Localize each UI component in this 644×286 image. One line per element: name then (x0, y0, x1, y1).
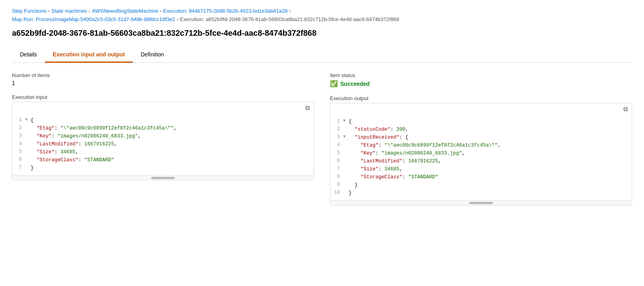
code-line-7: 7 } (14, 164, 309, 172)
tab-details[interactable]: Details (12, 47, 45, 63)
out-code-line-10: 10 } (332, 189, 627, 197)
status-success-icon: ✅ (330, 80, 338, 87)
number-of-items-value: 1 (12, 80, 314, 86)
output-scroll-area[interactable] (330, 200, 632, 205)
execution-input-code: 1 ▼ { 2 "Etag": "\"aec08c9c6899f12ef8f2c… (12, 114, 314, 175)
code-line-3: 3 "Key": "images/n02086240_6833.jpg", (14, 132, 309, 140)
content-grid: Number of items 1 Execution input ⧉ 1 ▼ … (12, 72, 632, 205)
copy-output-icon[interactable]: ⧉ (623, 105, 628, 114)
out-code-line-8: 8 "StorageClass": "STANDARD" (332, 173, 627, 181)
out-code-line-1: 1 ▼ { (332, 118, 627, 126)
breadcrumb-row1: Step Functions › State machines › AWSNew… (12, 8, 632, 14)
out-code-line-9: 9 } (332, 181, 627, 189)
out-code-line-3: 3 ▼ "inputReceived": { (332, 133, 627, 141)
input-scroll-thumb (151, 177, 175, 179)
code-line-2: 2 "Etag": "\"aec08c9c6899f12ef8f2c46a1c3… (14, 124, 309, 132)
output-scroll-thumb (469, 202, 493, 204)
code-line-5: 5 "Size": 34685, (14, 148, 309, 156)
right-panel: Item status ✅ Succeeded Execution output… (330, 72, 632, 205)
number-of-items-label: Number of items (12, 72, 314, 78)
out-code-line-2: 2 "statusCode": 200, (332, 126, 627, 133)
item-status-label: Item status (330, 72, 632, 78)
code-line-6: 6 "StorageClass": "STANDARD" (14, 156, 309, 164)
copy-input-icon[interactable]: ⧉ (305, 104, 310, 112)
breadcrumb-sep-5: › (177, 16, 178, 22)
tabs-bar: Details Execution input and output Defin… (12, 47, 632, 63)
breadcrumb-state-machine-name[interactable]: AWSNewsBlogStateMachine (92, 8, 158, 14)
execution-output-code: 1 ▼ { 2 "statusCode": 200, 3 ▼ "i (330, 115, 632, 200)
execution-input-label: Execution input (12, 94, 314, 100)
breadcrumb-sep-4: › (289, 8, 291, 14)
item-status-row: ✅ Succeeded (330, 80, 632, 87)
code-line-1: 1 ▼ { (14, 116, 309, 124)
out-code-line-5: 5 "Key": "images/n02086240_6833.jpg", (332, 149, 627, 157)
breadcrumb-step-functions[interactable]: Step Functions (12, 8, 47, 14)
breadcrumb-sep-3: › (160, 8, 161, 14)
out-code-line-6: 6 "LastModified": 1667916225, (332, 157, 627, 165)
execution-output-label: Execution output (330, 95, 632, 101)
breadcrumb-current-execution: Execution: a652b9fd-2048-3676-81ab-56603… (180, 16, 400, 22)
breadcrumb-execution-id[interactable]: Execution: 944b7170-2b98-5b2b-4523-bd1e3… (163, 8, 288, 14)
breadcrumb-sep-1: › (48, 8, 50, 14)
code-line-4: 4 "LastModified": 1667916225, (14, 140, 309, 148)
tab-execution-io[interactable]: Execution input and output (45, 47, 133, 63)
execution-input-block: ⧉ 1 ▼ { 2 "Etag": "\"aec08c9c6899f12ef8f… (12, 102, 314, 180)
breadcrumb-row2: Map Run: ProcessImageMap:5400a2c5-03c5-3… (12, 16, 632, 22)
tab-definition[interactable]: Definition (133, 47, 172, 63)
breadcrumb-sep-2: › (89, 8, 90, 14)
input-block-header: ⧉ (12, 102, 314, 114)
page-title: a652b9fd-2048-3676-81ab-56603ca8ba21:832… (12, 29, 632, 38)
out-code-line-7: 7 "Size": 34685, (332, 165, 627, 173)
item-status-value: Succeeded (340, 81, 370, 87)
breadcrumb-map-run[interactable]: Map Run: ProcessImageMap:5400a2c5-03c5-3… (12, 16, 175, 22)
breadcrumb-state-machines[interactable]: State machines (51, 8, 87, 14)
execution-output-block: ⧉ 1 ▼ { 2 "statusCode": 200, (330, 103, 632, 205)
out-code-line-4: 4 "Etag": "\"aec08c9c6899f12ef8f2c46a1c3… (332, 141, 627, 149)
left-panel: Number of items 1 Execution input ⧉ 1 ▼ … (12, 72, 314, 205)
input-scroll-area[interactable] (12, 175, 314, 180)
output-block-header: ⧉ (330, 103, 632, 115)
page-container: Step Functions › State machines › AWSNew… (0, 0, 644, 286)
